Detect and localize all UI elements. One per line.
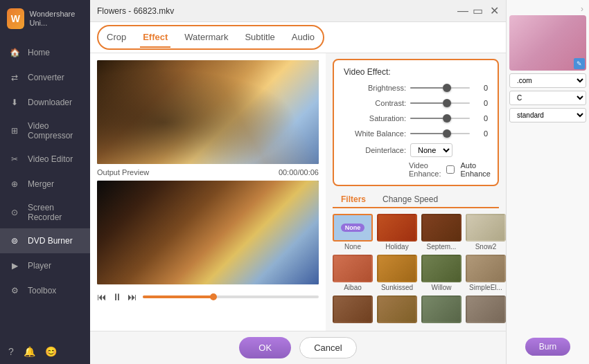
filter-row3a[interactable]	[333, 295, 373, 325]
cancel-button[interactable]: Cancel	[299, 337, 356, 358]
filter-willow-label: Willow	[432, 284, 452, 291]
filter-willow-thumb	[421, 255, 461, 282]
sidebar-item-player[interactable]: ▶ Player	[0, 253, 90, 278]
filter-row3b-thumb	[377, 295, 417, 323]
white-balance-slider[interactable]	[410, 128, 470, 139]
side-edit-icon[interactable]: ✎	[574, 58, 585, 69]
filter-none[interactable]: None None	[333, 214, 373, 251]
filter-simpleel-thumb	[466, 255, 506, 282]
filter-aibao[interactable]: Aibao	[333, 255, 373, 291]
sidebar-item-dvd-burner[interactable]: ⊚ DVD Burner	[0, 228, 90, 253]
sidebar-item-label: DVD Burner	[28, 236, 73, 246]
sidebar-item-toolbox[interactable]: ⚙ Toolbox	[0, 278, 90, 303]
filter-sunkissed-thumb	[377, 255, 417, 282]
filter-september-thumb	[421, 214, 461, 242]
tab-subtitle[interactable]: Subtitle	[242, 28, 277, 48]
tab-audio[interactable]: Audio	[289, 28, 317, 48]
tab-watermark[interactable]: Watermark	[182, 28, 231, 48]
sidebar-nav: 🏠 Home ⇄ Converter ⬇ Downloader ⊞ Video …	[0, 37, 90, 339]
sidebar-item-video-compressor[interactable]: ⊞ Video Compressor	[0, 115, 90, 147]
white-balance-value: 0	[474, 129, 488, 138]
input-video-preview	[97, 60, 319, 164]
sidebar-item-label: Toolbox	[28, 286, 56, 295]
input-video-frame	[97, 60, 319, 164]
play-prev-button[interactable]: ⏮	[97, 291, 107, 302]
sidebar-item-converter[interactable]: ⇄ Converter	[0, 65, 90, 90]
video-enhance-label: Video Enhance:	[409, 161, 441, 178]
ok-button[interactable]: OK	[239, 337, 291, 358]
contrast-row: Contrast: 0	[344, 98, 488, 109]
toolbox-icon: ⚙	[8, 284, 21, 297]
video-area: Output Preview 00:00/00:06 ⏮ ⏸ ⏭	[90, 53, 326, 331]
pause-button[interactable]: ⏸	[112, 291, 122, 302]
burn-button[interactable]: Burn	[525, 338, 570, 356]
filter-row3b[interactable]	[377, 295, 417, 325]
minimize-icon[interactable]: —	[457, 5, 468, 17]
output-preview-label: Output Preview	[97, 168, 149, 176]
filter-snow2[interactable]: Snow2	[466, 214, 506, 251]
auto-enhance-checkbox[interactable]	[446, 165, 455, 174]
tab-crop[interactable]: Crop	[104, 28, 129, 48]
sidebar-item-downloader[interactable]: ⬇ Downloader	[0, 90, 90, 115]
output-timestamp: 00:00/00:06	[279, 168, 319, 176]
sidebar-item-screen-recorder[interactable]: ⊙ Screen Recorder	[0, 197, 90, 228]
filter-september-label: Septem...	[427, 243, 457, 251]
filter-september[interactable]: Septem...	[421, 214, 461, 251]
saturation-label: Saturation:	[344, 114, 406, 122]
close-icon[interactable]: ✕	[490, 4, 499, 17]
tab-effect[interactable]: Effect	[140, 28, 170, 48]
maximize-icon[interactable]: ▭	[473, 4, 483, 17]
window-title: Flowers - 66823.mkv	[97, 6, 174, 16]
player-icon: ▶	[8, 260, 21, 272]
sidebar-item-label: Video Editor	[28, 154, 73, 164]
main-content: Flowers - 66823.mkv — ▭ ✕ Crop Effect Wa…	[90, 0, 506, 364]
help-icon[interactable]: ?	[8, 346, 14, 357]
contrast-slider[interactable]	[410, 98, 470, 109]
sidebar-item-merger[interactable]: ⊕ Merger	[0, 172, 90, 197]
notification-icon[interactable]: 🔔	[24, 346, 35, 357]
side-dropdown-3[interactable]: standard	[509, 108, 586, 122]
deinterlace-select[interactable]: None TFF BFF	[410, 143, 452, 157]
filter-row3c[interactable]	[421, 295, 461, 325]
video-controls: ⏮ ⏸ ⏭	[97, 289, 319, 305]
filter-aibao-thumb	[333, 255, 373, 282]
white-balance-row: White Balance: 0	[344, 128, 488, 139]
filter-row3d[interactable]	[466, 295, 506, 325]
side-dropdown-1[interactable]: .com	[509, 73, 586, 88]
app-title: Wondershare Uni...	[30, 10, 83, 28]
right-panel: Video Effect: Brightness: 0 Contrast:	[326, 53, 506, 331]
brightness-slider[interactable]	[410, 82, 470, 93]
progress-bar[interactable]	[143, 295, 319, 298]
white-balance-label: White Balance:	[344, 129, 406, 138]
side-dropdown-2[interactable]: C	[509, 91, 586, 105]
sub-tab-filters[interactable]: Filters	[333, 192, 374, 208]
sidebar-item-label: Screen Recorder	[28, 203, 82, 222]
sidebar-item-home[interactable]: 🏠 Home	[0, 40, 90, 65]
deinterlace-row: Deinterlace: None TFF BFF	[344, 143, 488, 157]
user-icon[interactable]: 😊	[45, 346, 57, 357]
filter-holiday[interactable]: Holiday	[377, 214, 417, 251]
saturation-row: Saturation: 0	[344, 113, 488, 124]
downloader-icon: ⬇	[8, 96, 21, 109]
app-logo: W Wondershare Uni...	[0, 0, 90, 37]
sub-tab-change-speed[interactable]: Change Speed	[374, 192, 446, 208]
sidebar-item-video-editor[interactable]: ✂ Video Editor	[0, 147, 90, 172]
video-compressor-icon: ⊞	[8, 125, 21, 137]
filter-holiday-thumb	[377, 214, 417, 242]
filters-grid: None None Holiday Septem... Snow2	[333, 214, 499, 325]
contrast-label: Contrast:	[344, 99, 406, 107]
filter-snow2-thumb	[466, 214, 506, 242]
content-area: Output Preview 00:00/00:06 ⏮ ⏸ ⏭ Video E…	[90, 53, 506, 331]
filter-sunkissed-label: Sunkissed	[381, 284, 413, 291]
filter-sunkissed[interactable]: Sunkissed	[377, 255, 417, 291]
filter-sub-tabs: Filters Change Speed	[333, 192, 499, 208]
output-video-preview	[97, 181, 319, 284]
home-icon: 🏠	[8, 46, 21, 59]
filter-aibao-label: Aibao	[344, 284, 362, 291]
brightness-label: Brightness:	[344, 84, 406, 92]
sidebar-item-label: Converter	[28, 73, 64, 82]
filter-willow[interactable]: Willow	[421, 255, 461, 291]
filter-simpleel[interactable]: SimpleEl...	[466, 255, 506, 291]
saturation-slider[interactable]	[410, 113, 470, 124]
play-next-button[interactable]: ⏭	[128, 291, 137, 302]
